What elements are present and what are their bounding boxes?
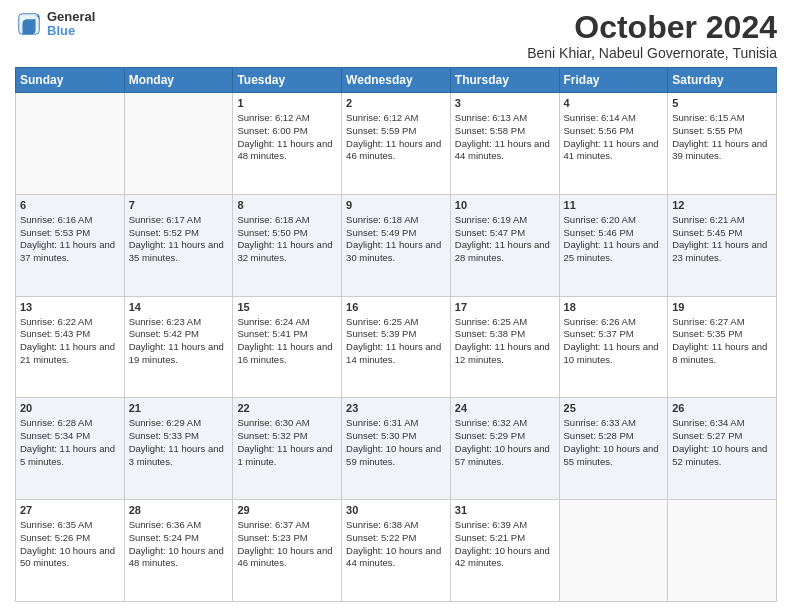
sunrise-text: Sunrise: 6:21 AM xyxy=(672,214,772,227)
table-row: 20Sunrise: 6:28 AMSunset: 5:34 PMDayligh… xyxy=(16,398,125,500)
day-number: 19 xyxy=(672,300,772,315)
sunset-text: Sunset: 5:23 PM xyxy=(237,532,337,545)
sunset-text: Sunset: 5:42 PM xyxy=(129,328,229,341)
day-number: 5 xyxy=(672,96,772,111)
table-row: 28Sunrise: 6:36 AMSunset: 5:24 PMDayligh… xyxy=(124,500,233,602)
sunset-text: Sunset: 5:47 PM xyxy=(455,227,555,240)
col-wednesday: Wednesday xyxy=(342,68,451,93)
daylight-text: Daylight: 11 hours and 44 minutes. xyxy=(455,138,555,164)
day-number: 21 xyxy=(129,401,229,416)
day-number: 29 xyxy=(237,503,337,518)
page: General Blue October 2024 Beni Khiar, Na… xyxy=(0,0,792,612)
sunset-text: Sunset: 5:41 PM xyxy=(237,328,337,341)
day-number: 23 xyxy=(346,401,446,416)
calendar-week-row: 20Sunrise: 6:28 AMSunset: 5:34 PMDayligh… xyxy=(16,398,777,500)
table-row: 6Sunrise: 6:16 AMSunset: 5:53 PMDaylight… xyxy=(16,194,125,296)
sunrise-text: Sunrise: 6:37 AM xyxy=(237,519,337,532)
table-row: 12Sunrise: 6:21 AMSunset: 5:45 PMDayligh… xyxy=(668,194,777,296)
sunrise-text: Sunrise: 6:13 AM xyxy=(455,112,555,125)
month-title: October 2024 xyxy=(527,10,777,45)
logo: General Blue xyxy=(15,10,95,39)
table-row: 22Sunrise: 6:30 AMSunset: 5:32 PMDayligh… xyxy=(233,398,342,500)
table-row: 30Sunrise: 6:38 AMSunset: 5:22 PMDayligh… xyxy=(342,500,451,602)
col-saturday: Saturday xyxy=(668,68,777,93)
day-number: 14 xyxy=(129,300,229,315)
sunrise-text: Sunrise: 6:34 AM xyxy=(672,417,772,430)
sunrise-text: Sunrise: 6:19 AM xyxy=(455,214,555,227)
table-row: 16Sunrise: 6:25 AMSunset: 5:39 PMDayligh… xyxy=(342,296,451,398)
sunrise-text: Sunrise: 6:28 AM xyxy=(20,417,120,430)
table-row: 1Sunrise: 6:12 AMSunset: 6:00 PMDaylight… xyxy=(233,93,342,195)
daylight-text: Daylight: 11 hours and 3 minutes. xyxy=(129,443,229,469)
daylight-text: Daylight: 11 hours and 14 minutes. xyxy=(346,341,446,367)
day-number: 9 xyxy=(346,198,446,213)
sunset-text: Sunset: 5:45 PM xyxy=(672,227,772,240)
sunrise-text: Sunrise: 6:30 AM xyxy=(237,417,337,430)
table-row: 21Sunrise: 6:29 AMSunset: 5:33 PMDayligh… xyxy=(124,398,233,500)
sunrise-text: Sunrise: 6:31 AM xyxy=(346,417,446,430)
day-number: 12 xyxy=(672,198,772,213)
day-number: 16 xyxy=(346,300,446,315)
day-number: 15 xyxy=(237,300,337,315)
day-number: 26 xyxy=(672,401,772,416)
sunset-text: Sunset: 5:53 PM xyxy=(20,227,120,240)
table-row: 29Sunrise: 6:37 AMSunset: 5:23 PMDayligh… xyxy=(233,500,342,602)
day-number: 31 xyxy=(455,503,555,518)
col-tuesday: Tuesday xyxy=(233,68,342,93)
sunset-text: Sunset: 5:49 PM xyxy=(346,227,446,240)
col-sunday: Sunday xyxy=(16,68,125,93)
sunrise-text: Sunrise: 6:36 AM xyxy=(129,519,229,532)
sunrise-text: Sunrise: 6:15 AM xyxy=(672,112,772,125)
sunset-text: Sunset: 5:24 PM xyxy=(129,532,229,545)
table-row: 25Sunrise: 6:33 AMSunset: 5:28 PMDayligh… xyxy=(559,398,668,500)
col-thursday: Thursday xyxy=(450,68,559,93)
sunrise-text: Sunrise: 6:17 AM xyxy=(129,214,229,227)
sunrise-text: Sunrise: 6:39 AM xyxy=(455,519,555,532)
sunrise-text: Sunrise: 6:38 AM xyxy=(346,519,446,532)
sunrise-text: Sunrise: 6:14 AM xyxy=(564,112,664,125)
logo-line2: Blue xyxy=(47,24,95,38)
sunrise-text: Sunrise: 6:24 AM xyxy=(237,316,337,329)
table-row: 26Sunrise: 6:34 AMSunset: 5:27 PMDayligh… xyxy=(668,398,777,500)
logo-text: General Blue xyxy=(47,10,95,39)
table-row: 24Sunrise: 6:32 AMSunset: 5:29 PMDayligh… xyxy=(450,398,559,500)
day-number: 18 xyxy=(564,300,664,315)
logo-icon xyxy=(15,10,43,38)
table-row: 2Sunrise: 6:12 AMSunset: 5:59 PMDaylight… xyxy=(342,93,451,195)
table-row: 15Sunrise: 6:24 AMSunset: 5:41 PMDayligh… xyxy=(233,296,342,398)
sunset-text: Sunset: 5:39 PM xyxy=(346,328,446,341)
daylight-text: Daylight: 11 hours and 32 minutes. xyxy=(237,239,337,265)
daylight-text: Daylight: 10 hours and 55 minutes. xyxy=(564,443,664,469)
day-number: 27 xyxy=(20,503,120,518)
day-number: 11 xyxy=(564,198,664,213)
day-number: 13 xyxy=(20,300,120,315)
sunset-text: Sunset: 5:22 PM xyxy=(346,532,446,545)
sunset-text: Sunset: 5:32 PM xyxy=(237,430,337,443)
daylight-text: Daylight: 11 hours and 12 minutes. xyxy=(455,341,555,367)
sunrise-text: Sunrise: 6:25 AM xyxy=(346,316,446,329)
logo-line1: General xyxy=(47,10,95,24)
table-row xyxy=(16,93,125,195)
daylight-text: Daylight: 10 hours and 57 minutes. xyxy=(455,443,555,469)
sunset-text: Sunset: 5:38 PM xyxy=(455,328,555,341)
sunset-text: Sunset: 5:43 PM xyxy=(20,328,120,341)
daylight-text: Daylight: 11 hours and 21 minutes. xyxy=(20,341,120,367)
sunset-text: Sunset: 5:34 PM xyxy=(20,430,120,443)
sunrise-text: Sunrise: 6:18 AM xyxy=(346,214,446,227)
daylight-text: Daylight: 11 hours and 41 minutes. xyxy=(564,138,664,164)
table-row: 31Sunrise: 6:39 AMSunset: 5:21 PMDayligh… xyxy=(450,500,559,602)
sunset-text: Sunset: 5:26 PM xyxy=(20,532,120,545)
sunset-text: Sunset: 5:55 PM xyxy=(672,125,772,138)
daylight-text: Daylight: 11 hours and 46 minutes. xyxy=(346,138,446,164)
daylight-text: Daylight: 10 hours and 42 minutes. xyxy=(455,545,555,571)
sunset-text: Sunset: 6:00 PM xyxy=(237,125,337,138)
day-number: 24 xyxy=(455,401,555,416)
table-row: 19Sunrise: 6:27 AMSunset: 5:35 PMDayligh… xyxy=(668,296,777,398)
daylight-text: Daylight: 11 hours and 28 minutes. xyxy=(455,239,555,265)
daylight-text: Daylight: 11 hours and 23 minutes. xyxy=(672,239,772,265)
sunset-text: Sunset: 5:46 PM xyxy=(564,227,664,240)
daylight-text: Daylight: 10 hours and 46 minutes. xyxy=(237,545,337,571)
sunset-text: Sunset: 5:58 PM xyxy=(455,125,555,138)
sunset-text: Sunset: 5:50 PM xyxy=(237,227,337,240)
sunrise-text: Sunrise: 6:33 AM xyxy=(564,417,664,430)
